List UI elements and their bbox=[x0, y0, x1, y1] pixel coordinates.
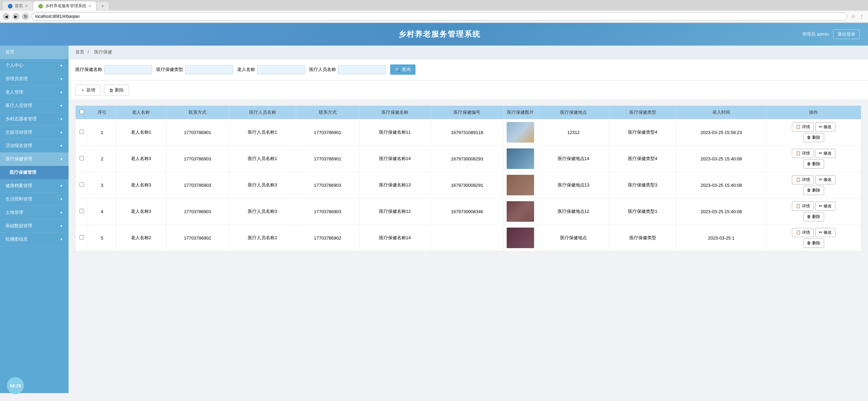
sidebar-item-personal[interactable]: 个人中心 ▼ bbox=[0, 59, 69, 72]
edit-button-4[interactable]: ✏ 修改 bbox=[815, 228, 835, 237]
cell-actions-2: 📋 详情 ✏ 修改 🗑 删除 bbox=[766, 172, 861, 198]
cell-elder-4: 老人名称2 bbox=[116, 225, 166, 251]
tab-home-icon: 🔵 bbox=[8, 4, 13, 9]
row-checkbox-1[interactable] bbox=[80, 156, 84, 160]
tab-home-close[interactable]: ✕ bbox=[25, 4, 28, 8]
forward-button[interactable]: ▶ bbox=[12, 13, 19, 20]
sidebar-item-healthcare[interactable]: 医疗保健管理 bbox=[0, 166, 69, 179]
cell-location-3: 医疗保健地点12 bbox=[538, 198, 609, 225]
sidebar-item-home[interactable]: 首页 bbox=[0, 46, 69, 59]
cell-type-0: 医疗保健类型4 bbox=[609, 119, 676, 146]
main-content: 首页 / 医疗保健 医疗保健名称 医疗保健类型 老人名称 bbox=[69, 46, 868, 393]
th-health-name: 医疗保健名称 bbox=[359, 106, 431, 119]
sidebar-item-health-records[interactable]: 健康档案管理 ▼ bbox=[0, 179, 69, 193]
cell-id-2: 3 bbox=[88, 172, 116, 198]
browser-tab-app[interactable]: 🟢 乡村养老服务管理系统 ✕ bbox=[33, 1, 96, 11]
row-actions-0: 📋 详情 ✏ 修改 🗑 删除 bbox=[769, 122, 858, 142]
cell-health-code-1: 1679730008293 bbox=[431, 146, 504, 172]
sidebar-item-culture[interactable]: 文娱活动管理 ▼ bbox=[0, 126, 69, 139]
cell-staff-contact-1: 17703786901 bbox=[296, 146, 359, 172]
edit-button-3[interactable]: ✏ 修改 bbox=[815, 202, 835, 211]
edit-button-2[interactable]: ✏ 修改 bbox=[815, 175, 835, 184]
search-label-4: 医疗人员名称 bbox=[309, 66, 336, 73]
breadcrumb-separator: / bbox=[88, 49, 89, 54]
breadcrumb-home[interactable]: 首页 bbox=[75, 49, 84, 54]
add-button[interactable]: ＋ 新增 bbox=[75, 85, 100, 96]
browser-tab-home[interactable]: 🔵 首页 ✕ bbox=[3, 1, 33, 11]
sidebar-item-basic-data[interactable]: 基础数据管理 ▼ bbox=[0, 219, 69, 233]
sidebar-item-healthcare-mgr[interactable]: 医疗保健管理 ▼ bbox=[0, 153, 69, 166]
browser-tab-new[interactable]: + bbox=[97, 2, 109, 10]
th-time: 录入时间 bbox=[676, 106, 766, 119]
tab-home-label: 首页 bbox=[15, 3, 23, 9]
select-all-checkbox[interactable] bbox=[80, 110, 84, 114]
delete-button-1[interactable]: 🗑 删除 bbox=[803, 159, 824, 169]
header-right: 管理员 admin 退出登录 bbox=[802, 29, 860, 39]
admin-label: 管理员 admin bbox=[802, 31, 829, 37]
sidebar-admin-label: 管理员管理 bbox=[5, 76, 28, 82]
detail-button-3[interactable]: 📋 详情 bbox=[792, 202, 814, 211]
browser-address-bar: ◀ ▶ ↻ ☆ ⋮ bbox=[0, 11, 868, 23]
batch-delete-button[interactable]: 🗑 删除 bbox=[104, 85, 129, 96]
cell-time-0: 2023-03-25 15:58:23 bbox=[676, 119, 766, 146]
chevron-icon: ▼ bbox=[60, 64, 63, 68]
edit-button-1[interactable]: ✏ 修改 bbox=[815, 149, 835, 158]
logout-button[interactable]: 退出登录 bbox=[833, 29, 860, 39]
row-actions-4: 📋 详情 ✏ 修改 🗑 删除 bbox=[769, 228, 858, 248]
cell-location-2: 医疗保健地点13 bbox=[538, 172, 609, 198]
row-checkbox-2[interactable] bbox=[80, 182, 84, 187]
cell-actions-3: 📋 详情 ✏ 修改 🗑 删除 bbox=[766, 198, 861, 225]
delete-button-2[interactable]: 🗑 删除 bbox=[803, 186, 824, 195]
search-input-3[interactable] bbox=[257, 65, 305, 74]
row-checkbox-0[interactable] bbox=[80, 130, 84, 134]
cell-staff-contact-0: 17703786901 bbox=[296, 119, 359, 146]
detail-button-2[interactable]: 📋 详情 bbox=[792, 175, 814, 184]
action-bar: ＋ 新增 🗑 删除 bbox=[69, 81, 868, 100]
back-button[interactable]: ◀ bbox=[3, 13, 10, 20]
th-staff-name: 医疗人员名称 bbox=[229, 106, 296, 119]
delete-button-0[interactable]: 🗑 删除 bbox=[803, 133, 824, 142]
search-input-2[interactable] bbox=[185, 65, 233, 74]
sidebar-care-label: 生活照料管理 bbox=[5, 196, 32, 202]
sidebar-healthcare-mgr-label: 医疗保健管理 bbox=[5, 156, 32, 162]
th-elder-name: 老人名称 bbox=[116, 106, 166, 119]
cell-health-code-0: 1679731089118 bbox=[431, 119, 504, 146]
sidebar-item-land[interactable]: 土地管理 ▼ bbox=[0, 206, 69, 219]
address-input[interactable] bbox=[32, 12, 847, 21]
row-checkbox-3[interactable] bbox=[80, 209, 84, 213]
clock-widget: 04:20 bbox=[7, 377, 24, 393]
detail-button-1[interactable]: 📋 详情 bbox=[792, 149, 814, 158]
table-row: 5 老人名称2 17703786902 医疗人员名称2 17703786902 … bbox=[76, 225, 861, 251]
search-field-2: 医疗保健类型 bbox=[156, 65, 233, 74]
detail-button-0[interactable]: 📋 详情 bbox=[792, 122, 814, 132]
row-checkbox-4[interactable] bbox=[80, 235, 84, 240]
sidebar-item-care[interactable]: 生活照料管理 ▼ bbox=[0, 193, 69, 206]
cell-type-2: 医疗保健类型3 bbox=[609, 172, 676, 198]
cell-health-name-3: 医疗保健名称12 bbox=[359, 198, 431, 225]
refresh-button[interactable]: ↻ bbox=[22, 13, 29, 20]
sidebar-item-admin[interactable]: 管理员管理 ▼ bbox=[0, 72, 69, 86]
new-tab-icon: + bbox=[101, 4, 104, 9]
sidebar-item-activity[interactable]: 活动报名管理 ▼ bbox=[0, 139, 69, 153]
sidebar-item-volunteer[interactable]: 乡村志愿者管理 ▼ bbox=[0, 112, 69, 126]
delete-button-4[interactable]: 🗑 删除 bbox=[803, 239, 824, 248]
bookmark-icon[interactable]: ☆ bbox=[850, 13, 857, 20]
delete-button-3[interactable]: 🗑 删除 bbox=[803, 212, 824, 221]
cell-elder-3: 老人名称3 bbox=[116, 198, 166, 225]
sidebar-item-medical-staff[interactable]: 医疗人员管理 ▼ bbox=[0, 99, 69, 112]
tab-app-close[interactable]: ✕ bbox=[88, 4, 91, 8]
search-input-4[interactable] bbox=[338, 65, 386, 74]
cell-time-3: 2023-03-25 15:40:08 bbox=[676, 198, 766, 225]
app-wrapper: 乡村养老服务管理系统 管理员 admin 退出登录 首页 个人中心 ▼ 管理员管… bbox=[0, 23, 868, 393]
cell-health-code-2: 1679730008291 bbox=[431, 172, 504, 198]
search-button[interactable]: 🔍 查询 bbox=[390, 64, 415, 75]
settings-icon[interactable]: ⋮ bbox=[858, 13, 865, 20]
health-image-1 bbox=[507, 148, 534, 169]
sidebar-item-carousel[interactable]: 轮播图信息 ▼ bbox=[0, 233, 69, 246]
th-health-img: 医疗保健图片 bbox=[503, 106, 538, 119]
edit-button-0[interactable]: ✏ 修改 bbox=[815, 122, 835, 132]
detail-button-4[interactable]: 📋 详情 bbox=[792, 228, 814, 237]
search-input-1[interactable] bbox=[104, 65, 152, 74]
sidebar-item-elder[interactable]: 老人管理 ▼ bbox=[0, 86, 69, 99]
chevron-icon: ▼ bbox=[60, 184, 63, 188]
